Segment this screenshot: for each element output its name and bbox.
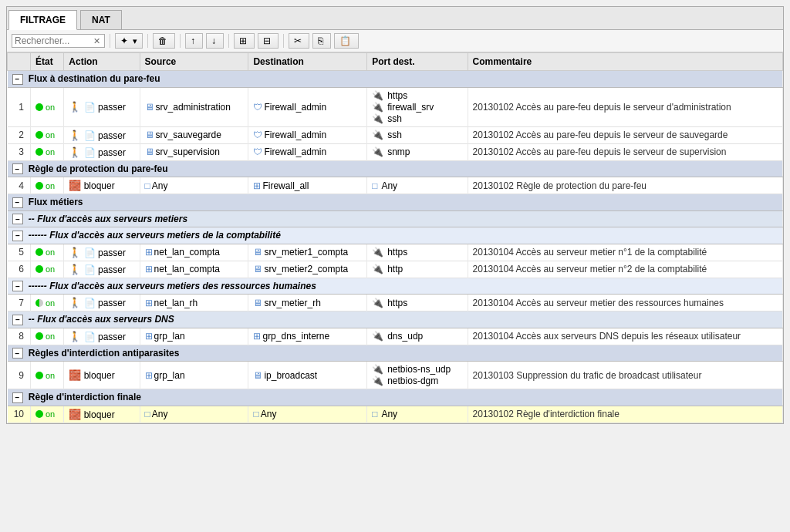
- delete-button[interactable]: 🗑: [153, 33, 175, 49]
- port-item: 🔌firewall_srv: [372, 102, 462, 113]
- collapse-button[interactable]: −: [12, 214, 23, 224]
- group-header-row[interactable]: − Règle de protection du pare-feu: [8, 160, 783, 177]
- collapse-button[interactable]: −: [12, 281, 23, 291]
- green-circle: [35, 265, 43, 273]
- person-icon: 🚶: [69, 101, 81, 113]
- network-icon: ⊞: [145, 264, 153, 274]
- group-header-row[interactable]: − ------ Flux d'accès aux serveurs metie…: [8, 278, 783, 295]
- table-row[interactable]: 2 on 🚶 📄 passer 🖥srv_sauvegarde 🛡Firewal…: [8, 126, 783, 143]
- rule-action: 🧱 bloquer: [64, 406, 140, 423]
- table-row[interactable]: 9 on 🧱 bloquer ⊞grp_lan 🖥ip_broadcast 🔌n…: [8, 362, 783, 389]
- network-icon: ⊞: [145, 298, 153, 308]
- paste-button[interactable]: 📋: [334, 33, 359, 49]
- source-name: srv_administration: [156, 102, 231, 113]
- port-list: 🔌https🔌firewall_srv🔌ssh: [372, 90, 462, 124]
- rule-state: on: [31, 261, 64, 278]
- group-header-row[interactable]: − -- Flux d'accès aux serveurs DNS: [8, 311, 783, 328]
- source-name: net_lan_rh: [154, 298, 198, 308]
- search-clear-button[interactable]: ✕: [92, 36, 102, 46]
- cut-button[interactable]: ✂: [289, 33, 309, 49]
- green-circle: [35, 148, 43, 156]
- tab-nat[interactable]: NAT: [80, 10, 122, 29]
- rule-comment: 20130102 Accès au pare-feu depuis le ser…: [468, 126, 782, 143]
- port-icon: 🔌: [372, 364, 383, 375]
- rule-state: on: [31, 143, 64, 160]
- rule-number: 1: [8, 87, 31, 126]
- doc-icon: 📄: [84, 102, 96, 113]
- copy-button[interactable]: ⎘: [312, 33, 331, 49]
- rule-state: on: [31, 295, 64, 311]
- port-icon: 🔌: [372, 102, 383, 113]
- copy-icon: ⎘: [318, 35, 323, 46]
- new-rule-button[interactable]: ✦ ▾: [115, 33, 143, 49]
- rule-source: ⊞grp_lan: [140, 362, 248, 389]
- group-header-row[interactable]: − Flux métiers: [8, 194, 783, 211]
- group-icon: ⊞: [253, 331, 261, 342]
- move-up-button[interactable]: ↑: [185, 33, 203, 49]
- rule-comment: 20130102 Règle d'interdiction finale: [468, 406, 782, 423]
- source-name: srv_supervision: [156, 146, 220, 157]
- collapse-button[interactable]: −: [12, 231, 23, 241]
- rule-action: 🧱 bloquer: [64, 177, 140, 194]
- table-row[interactable]: 1 on 🚶 📄 passer 🖥srv_administration 🛡Fir…: [8, 87, 783, 126]
- table-row[interactable]: 5 on 🚶 📄 passer ⊞net_lan_compta 🖥srv_met…: [8, 244, 783, 261]
- table-row[interactable]: 8 on 🚶 📄 passer ⊞grp_lan ⊞grp_dns_intern…: [8, 328, 783, 345]
- rule-port: 🔌https: [367, 295, 468, 311]
- collapse-button[interactable]: −: [12, 197, 23, 208]
- rule-source: □Any: [140, 177, 248, 194]
- move-down-button[interactable]: ↓: [206, 33, 224, 49]
- port-item: 🔌netbios-ns_udp: [372, 364, 462, 375]
- group-header-row[interactable]: − -- Flux d'accès aux serveurs metiers: [8, 210, 783, 227]
- host-icon: 🖥: [253, 247, 262, 258]
- table-row[interactable]: 6 on 🚶 📄 passer ⊞net_lan_compta 🖥srv_met…: [8, 261, 783, 278]
- rule-number: 10: [8, 406, 31, 423]
- group-header-row[interactable]: − ------ Flux d'accès aux serveurs metie…: [8, 227, 783, 244]
- action-label: passer: [98, 247, 126, 258]
- table-row[interactable]: 3 on 🚶 📄 passer 🖥srv_supervision 🛡Firewa…: [8, 143, 783, 160]
- dest-name: srv_metier1_compta: [264, 247, 348, 258]
- half-circle: [35, 299, 43, 307]
- collapse-button[interactable]: −: [12, 348, 23, 359]
- group-header-row[interactable]: − Règles d'interdiction antiparasites: [8, 345, 783, 362]
- rule-dest: 🛡Firewall_admin: [248, 126, 367, 143]
- expand-all-button[interactable]: ⊞: [234, 33, 255, 49]
- table-row[interactable]: 10 on 🧱 bloquer □Any □Any □Any 20130102 …: [8, 406, 783, 423]
- port-item: 🔌https: [372, 298, 462, 308]
- group-label: ------ Flux d'accès aux serveurs metiers…: [29, 281, 316, 291]
- port-item: 🔌http: [372, 264, 462, 274]
- search-input[interactable]: [15, 35, 92, 46]
- action-label: passer: [98, 264, 126, 275]
- dest-name: grp_dns_interne: [262, 331, 329, 342]
- port-item: 🔌ssh: [372, 113, 462, 124]
- group-header-cell: − Flux à destination du pare-feu: [8, 71, 783, 88]
- collapse-button[interactable]: −: [12, 392, 23, 403]
- status-on: on: [35, 332, 59, 341]
- collapse-icon: ⊟: [263, 35, 271, 46]
- rule-dest: 🖥ip_broadcast: [248, 362, 367, 389]
- table-row[interactable]: 4 on 🧱 bloquer □Any ⊞Firewall_all □Any 2…: [8, 177, 783, 194]
- block-icon: 🧱: [69, 369, 81, 381]
- group-header-row[interactable]: − Règle d'interdiction finale: [8, 389, 783, 406]
- port-item: 🔌ssh: [372, 130, 462, 140]
- port-name: dns_udp: [387, 331, 423, 342]
- rule-state: on: [31, 244, 64, 261]
- rule-action: 🚶 📄 passer: [64, 295, 140, 311]
- collapse-button[interactable]: −: [12, 163, 23, 174]
- table-row[interactable]: 7 on 🚶 📄 passer ⊞net_lan_rh 🖥srv_metier_…: [8, 295, 783, 311]
- rule-comment: 20130102 Accès au pare-feu depuis le ser…: [468, 143, 782, 160]
- any-port-icon: □: [372, 409, 377, 419]
- collapse-all-button[interactable]: ⊟: [258, 33, 279, 49]
- doc-icon: 📄: [84, 147, 96, 158]
- collapse-button[interactable]: −: [12, 74, 23, 85]
- rules-table: État Action Source Destination Port dest…: [7, 52, 783, 423]
- status-on: on: [35, 130, 59, 140]
- rule-state: on: [31, 126, 64, 143]
- source-name: Any: [152, 180, 168, 191]
- tab-filtrage[interactable]: FILTRAGE: [8, 10, 77, 30]
- group-header-cell: − Règles d'interdiction antiparasites: [8, 345, 783, 362]
- group-header-row[interactable]: − Flux à destination du pare-feu: [8, 71, 783, 88]
- rule-port: 🔌https🔌firewall_srv🔌ssh: [367, 87, 468, 126]
- collapse-button[interactable]: −: [12, 315, 23, 325]
- rule-port: 🔌http: [367, 261, 468, 278]
- toolbar-separator-2: [147, 34, 148, 48]
